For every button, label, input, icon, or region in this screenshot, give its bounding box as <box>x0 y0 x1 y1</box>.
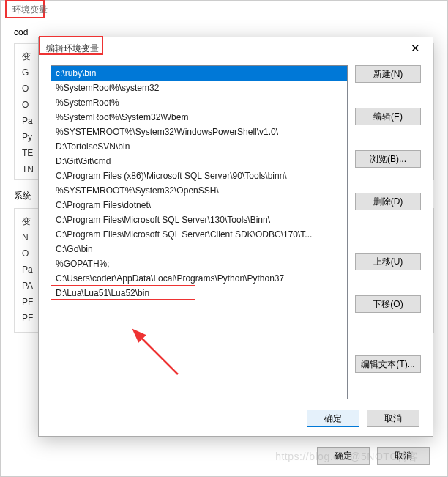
path-list-item[interactable]: %SystemRoot% <box>51 95 347 110</box>
path-list-item[interactable]: %SystemRoot%\System32\Wbem <box>51 110 347 125</box>
delete-button[interactable]: 删除(D) <box>355 193 421 210</box>
env-vars-title: 环境变量 <box>12 4 48 16</box>
path-list-item[interactable]: C:\Users\coder\AppData\Local\Programs\Py… <box>51 271 347 286</box>
path-list-item[interactable]: C:\Program Files\Microsoft SQL Server\13… <box>51 212 347 227</box>
dialog-ok-button[interactable]: 确定 <box>307 410 359 427</box>
dialog-side-buttons: 新建(N) 编辑(E) 浏览(B)... 删除(D) 上移(U) 下移(O) 编… <box>355 65 421 399</box>
path-list-item[interactable]: C:\Program Files\Microsoft SQL Server\Cl… <box>51 227 347 242</box>
cancel-button[interactable]: 取消 <box>377 447 430 465</box>
dialog-footer: 确定 取消 <box>307 410 419 427</box>
move-up-button[interactable]: 上移(U) <box>355 253 421 270</box>
edit-button[interactable]: 编辑(E) <box>355 108 421 125</box>
path-list-item[interactable]: D:\Git\Git\cmd <box>51 154 347 169</box>
path-list-item[interactable]: C:\Program Files\dotnet\ <box>51 198 347 212</box>
annotation-box-item <box>51 285 195 300</box>
annotation-box-modal-title <box>39 36 103 55</box>
path-list-item[interactable]: %SYSTEMROOT%\System32\OpenSSH\ <box>51 183 347 198</box>
dialog-body: c:\ruby\bin%SystemRoot%\system32%SystemR… <box>51 65 421 399</box>
path-list-item[interactable]: %SYSTEMROOT%\System32\WindowsPowerShell\… <box>51 125 347 139</box>
edit-text-button[interactable]: 编辑文本(T)... <box>355 355 421 373</box>
dialog-cancel-button[interactable]: 取消 <box>367 410 419 427</box>
path-list-item[interactable]: C:\Program Files (x86)\Microsoft SQL Ser… <box>51 169 347 183</box>
path-list-item[interactable]: C:\Go\bin <box>51 242 347 256</box>
path-list-item[interactable]: c:\ruby\bin <box>51 66 347 81</box>
new-button[interactable]: 新建(N) <box>355 65 421 83</box>
path-list-item[interactable]: %SystemRoot%\system32 <box>51 81 347 95</box>
close-icon[interactable]: ✕ <box>400 40 430 56</box>
browse-button[interactable]: 浏览(B)... <box>355 150 421 168</box>
ok-button[interactable]: 确定 <box>317 447 370 465</box>
path-list-item[interactable]: %GOPATH%; <box>51 256 347 271</box>
edit-env-var-dialog: 编辑环境变量 ✕ c:\ruby\bin%SystemRoot%\system3… <box>38 37 433 437</box>
move-down-button[interactable]: 下移(O) <box>355 295 421 313</box>
env-vars-footer: 确定 取消 <box>317 447 430 465</box>
path-list-item[interactable]: D:\TortoiseSVN\bin <box>51 139 347 154</box>
path-list[interactable]: c:\ruby\bin%SystemRoot%\system32%SystemR… <box>51 65 348 399</box>
